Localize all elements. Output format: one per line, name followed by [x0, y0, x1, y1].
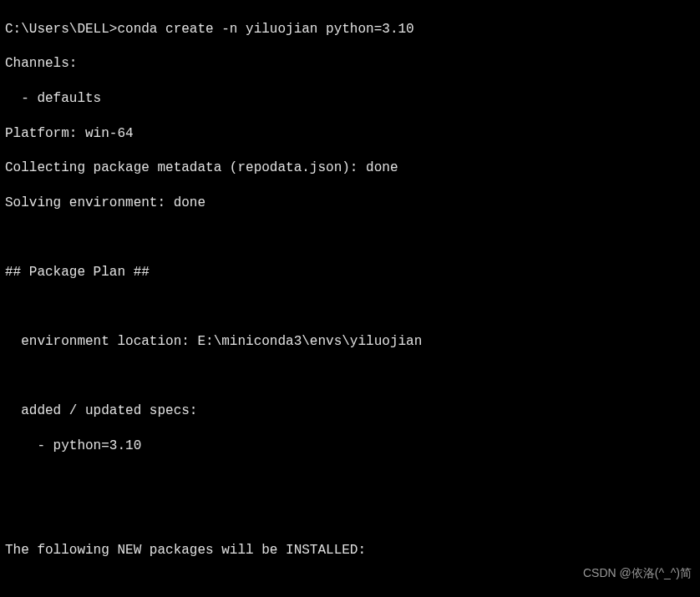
watermark: CSDN @依洛(^_^)简 — [583, 565, 692, 580]
blank-line — [5, 299, 695, 316]
solving-line: Solving environment: done — [5, 195, 695, 212]
collecting-line: Collecting package metadata (repodata.js… — [5, 159, 695, 177]
channels-header: Channels: — [5, 55, 695, 73]
blank-line — [5, 368, 695, 386]
added-specs-item: - python=3.10 — [5, 438, 695, 455]
channels-item: - defaults — [5, 90, 695, 108]
blank-line — [5, 473, 695, 490]
env-location: environment location: E:\miniconda3\envs… — [5, 333, 695, 351]
platform-line: Platform: win-64 — [5, 125, 695, 143]
added-specs-header: added / updated specs: — [5, 402, 695, 420]
terminal-output[interactable]: C:\Users\DELL>conda create -n yiluojian … — [5, 3, 695, 597]
blank-line — [5, 507, 695, 524]
blank-line — [5, 229, 695, 246]
new-packages-header: The following NEW packages will be INSTA… — [5, 542, 695, 559]
plan-header: ## Package Plan ## — [5, 264, 695, 281]
prompt-line: C:\Users\DELL>conda create -n yiluojian … — [5, 21, 695, 38]
prompt-path: C:\Users\DELL> — [5, 22, 117, 37]
command-text: conda create -n yiluojian python=3.10 — [117, 22, 413, 37]
